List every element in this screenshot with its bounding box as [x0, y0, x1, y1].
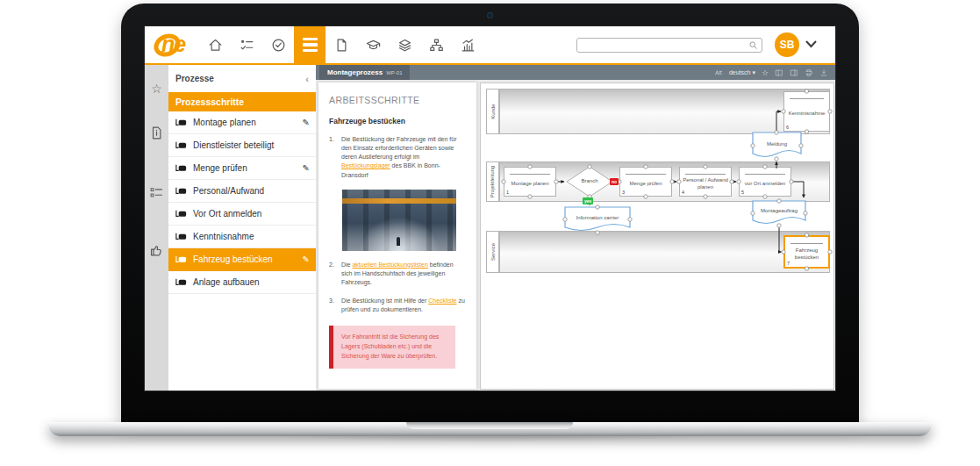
link-bestueckungslisten[interactable]: aktuellen Bestückungslisten: [352, 262, 427, 268]
caret-down-icon: ▾: [752, 69, 755, 76]
list-item-kenntnisnahme[interactable]: Kenntnisnahme: [168, 226, 316, 248]
orgchart-icon: [428, 37, 445, 54]
icon-rail: ☆: [145, 65, 168, 391]
step-text: Die Bestückung der Fahrzeuge mit den für…: [341, 135, 466, 180]
nav-approvals[interactable]: [262, 26, 294, 63]
node-meldung[interactable]: Meldung: [753, 141, 801, 147]
work-step-3: 3. Die Bestückung ist mit Hilfe der Chec…: [329, 297, 466, 314]
document-tab-bar: Montageprozess WP-01 deutsch ▾ ☆: [316, 65, 835, 80]
lane-kunde: [499, 89, 830, 134]
edit-pencil-icon[interactable]: ✎: [303, 118, 310, 127]
chevron-down-icon[interactable]: [805, 40, 817, 48]
tab-montageprozess[interactable]: Montageprozess WP-01: [319, 65, 410, 80]
node-menge-pruefen[interactable]: Menge prüfen 3: [619, 167, 672, 197]
list-item-personal-aufwand[interactable]: Personal/Aufwand: [168, 180, 316, 203]
work-steps-subtitle: Fahrzeuge bestücken: [329, 117, 466, 125]
edge-label-no: no: [610, 178, 619, 185]
search-icon[interactable]: [748, 40, 758, 50]
favorite-star-icon[interactable]: ☆: [762, 68, 769, 77]
collapse-chevron-icon[interactable]: ‹: [305, 74, 309, 84]
printer-icon[interactable]: [805, 68, 813, 77]
node-vor-ort-anmelden[interactable]: vor Ort anmelden 5: [739, 167, 791, 197]
work-steps-panel: ARBEITSSCHRITTE Fahrzeuge bestücken 1. D…: [318, 82, 476, 389]
nav-training[interactable]: [357, 26, 389, 63]
warehouse-photo: [342, 190, 456, 251]
lane-label-service: Service: [486, 231, 499, 273]
language-selector[interactable]: deutsch ▾: [729, 69, 755, 76]
panel-right-icon[interactable]: [790, 68, 798, 77]
rail-checklist-icon[interactable]: [148, 184, 165, 201]
nav-reports[interactable]: [452, 26, 483, 63]
nav-documents[interactable]: [325, 26, 357, 63]
list-item-anlage-aufbauen[interactable]: Anlage aufbauen: [168, 271, 316, 294]
list-item-vor-ort[interactable]: Vor Ort anmelden: [168, 203, 316, 226]
process-step-icon: [175, 209, 188, 219]
link-checkliste[interactable]: Checkliste: [428, 298, 456, 304]
list-item-montage-planen[interactable]: Montage planen ✎: [168, 111, 316, 134]
section-header: Prozessschritte: [168, 92, 316, 111]
translate-icon: [714, 68, 723, 77]
process-step-icon: [175, 232, 188, 242]
work-step-2: 2. Die aktuellen Bestückungslisten befin…: [329, 261, 466, 287]
lane-label-projektleitung: Projektleitung: [486, 161, 499, 202]
training-cap-icon: [365, 37, 382, 54]
list-item-dienstleister[interactable]: Dienstleister beteiligt: [168, 134, 316, 157]
process-step-icon: [175, 255, 188, 265]
home-icon: [207, 37, 224, 54]
process-steps-panel: Prozesse ‹ Prozessschritte Montage plane…: [168, 65, 316, 391]
thumbs-up-icon[interactable]: [148, 241, 165, 258]
step-text: Die Bestückung ist mit Hilfe der Checkli…: [341, 297, 466, 314]
search-input[interactable]: [577, 39, 748, 51]
step-text: Die aktuellen Bestückungslisten befinden…: [341, 261, 466, 287]
laptop-base: [48, 422, 932, 436]
nav-processes-active[interactable]: [294, 26, 325, 63]
process-step-icon: [175, 277, 188, 288]
work-steps-title: ARBEITSSCHRITTE: [329, 95, 466, 105]
search-box: [576, 38, 762, 53]
download-icon[interactable]: [819, 68, 828, 77]
process-step-icon: [175, 163, 188, 174]
nav-orgchart[interactable]: [420, 26, 452, 63]
node-montageauftrag[interactable]: Montageauftrag: [753, 208, 805, 214]
file-info-icon[interactable]: [148, 125, 165, 141]
user-avatar[interactable]: SB: [775, 32, 799, 57]
approval-check-icon: [270, 37, 287, 54]
app-screen: ne: [145, 26, 835, 391]
process-step-icon: [175, 118, 188, 128]
warning-box: Vor Fahrantritt ist die Sicherung des La…: [329, 326, 455, 369]
node-information-carrier[interactable]: Information carrier: [565, 215, 630, 221]
node-montage-planen[interactable]: Montage planen 1: [504, 167, 556, 197]
node-personal-aufwand[interactable]: Personal / Aufwand planen 4: [679, 167, 732, 197]
document-icon: [333, 37, 350, 54]
top-navbar: ne: [145, 26, 835, 63]
edge-label-yes: yes: [583, 197, 593, 204]
list-item-fahrzeug-bestuecken-active[interactable]: Fahrzeug bestücken ✎: [168, 248, 316, 271]
lane-label-kunde: Kunde: [486, 89, 499, 134]
nav-tasks[interactable]: [231, 26, 262, 63]
page: ne: [0, 0, 980, 466]
edit-pencil-icon[interactable]: ✎: [303, 163, 310, 173]
nav-home[interactable]: [199, 26, 231, 63]
nav-modules[interactable]: [389, 26, 420, 63]
list-item-menge-pruefen[interactable]: Menge prüfen ✎: [168, 157, 316, 180]
report-chart-icon: [460, 37, 476, 54]
edit-pencil-icon[interactable]: ✎: [303, 255, 310, 264]
layers-icon: [397, 37, 413, 54]
lane-service: [499, 231, 830, 273]
favorites-star-icon[interactable]: ☆: [148, 82, 165, 98]
node-fahrzeug-bestuecken-selected[interactable]: Fahrzeug bestücken 7: [783, 235, 830, 269]
node-kenntnisnahme[interactable]: Kenntnisnahme 6: [783, 91, 830, 132]
process-step-icon: [175, 140, 188, 151]
avatar-initials: SB: [780, 39, 795, 51]
laptop-bezel: ne: [121, 4, 859, 423]
panel-left-icon[interactable]: [775, 68, 783, 77]
work-step-1: 1. Die Bestückung der Fahrzeuge mit den …: [329, 135, 466, 180]
main-nav: [199, 26, 483, 63]
laptop-notch: [406, 422, 573, 429]
menu-processes-icon: [303, 38, 318, 53]
process-step-icon: [175, 186, 188, 197]
link-bestueckungslager[interactable]: Bestückungslager: [341, 162, 390, 168]
webcam: [487, 12, 493, 18]
logo-text: ne: [161, 32, 185, 57]
checklist-icon: [239, 37, 255, 54]
